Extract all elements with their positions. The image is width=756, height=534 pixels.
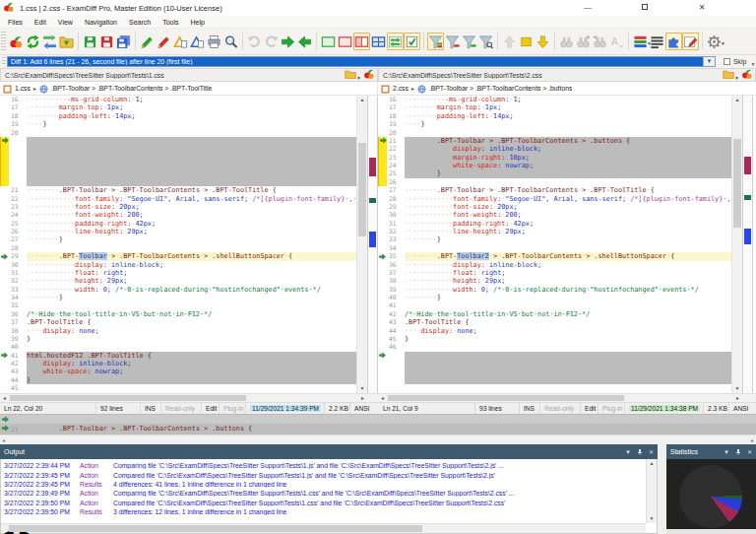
match-case-icon[interactable]: A — [608, 33, 625, 50]
code-line[interactable]: 16··········-ms-grid-column:·1; — [378, 96, 731, 103]
show-checkboxes-icon[interactable] — [404, 33, 420, 50]
second-pane-vscrollbar[interactable]: ▲▼ — [731, 96, 742, 393]
code-line[interactable]: 37············float:·right; — [378, 269, 731, 277]
output-vscrollbar[interactable]: ▲▼ — [646, 459, 657, 523]
code-line[interactable]: 26············line-height:·29px; — [0, 228, 356, 235]
first-pane-vscrollbar[interactable]: ▲▼ — [356, 96, 367, 393]
filter-all-icon[interactable] — [427, 33, 444, 50]
code-line[interactable]: 23············font-size:·20px; — [0, 203, 356, 211]
first-diff-map[interactable] — [367, 96, 378, 393]
code-line[interactable]: 22············font-family:·"Segoe·UI",·A… — [0, 195, 356, 203]
open-files-icon[interactable] — [58, 33, 75, 50]
code-line[interactable]: 43.BPT-ToolTitle·{ — [378, 318, 731, 326]
code-line[interactable]: 44} — [0, 376, 356, 384]
prev-diff-up-icon[interactable] — [501, 33, 518, 50]
menu-files[interactable]: Files — [2, 19, 29, 26]
second-file-pane[interactable]: 16··········-ms-grid-column:·1;17·······… — [378, 96, 742, 393]
code-line[interactable]: 41 — [378, 301, 731, 309]
sync-scrolling-icon[interactable] — [387, 33, 404, 50]
code-line[interactable]: 27········} — [0, 235, 356, 243]
chevron-down-icon[interactable]: ▼ — [625, 449, 631, 455]
code-line[interactable]: 27········.BPT-Toolbar·>·.BPT-ToolbarCon… — [378, 186, 731, 194]
code-line[interactable]: 46 — [378, 343, 731, 351]
menu-tools[interactable]: Tools — [157, 19, 184, 26]
diff-placeholder-row[interactable] — [0, 154, 356, 162]
code-line[interactable]: 43····white-space:·nowrap; — [0, 367, 356, 375]
code-line[interactable]: 36············display:·inline-block; — [378, 261, 731, 269]
menu-view[interactable]: View — [52, 19, 79, 26]
code-line[interactable]: 42····display:·inline-block; — [0, 360, 356, 367]
next-difference-icon[interactable] — [280, 33, 296, 50]
find-prev-icon[interactable] — [592, 33, 608, 50]
code-line[interactable]: 34 — [378, 244, 731, 252]
recompare-icon[interactable] — [25, 33, 41, 50]
panel-splitter[interactable] — [658, 444, 666, 459]
code-line[interactable]: 17········margin-top:·1px; — [378, 103, 731, 111]
code-line[interactable]: 19····} — [378, 120, 731, 128]
code-line[interactable]: 33········} — [378, 235, 731, 243]
code-line[interactable]: 32············line-height:·29px; — [378, 228, 731, 235]
maximize-button[interactable] — [616, 0, 673, 16]
undo-icon[interactable] — [246, 33, 263, 50]
code-line[interactable]: 25········} — [378, 169, 731, 177]
breadcrumb-file[interactable]: 2.css — [393, 85, 409, 92]
menu-navigation[interactable]: Navigation — [79, 19, 123, 26]
code-line[interactable]: 25············padding-right:·42px; — [0, 220, 356, 228]
close-icon[interactable]: ✕ — [649, 448, 654, 455]
diff-placeholder-row[interactable] — [0, 162, 356, 169]
output-log-row[interactable]: 3/27/2022 2:39:49 PMActionComparing file… — [1, 489, 645, 498]
code-line[interactable]: 32············height:·29px; — [0, 277, 356, 285]
save-both-icon[interactable] — [115, 33, 132, 50]
code-line[interactable]: 31············padding-right:·42px; — [378, 220, 731, 228]
output-log-row[interactable]: 3/27/2022 2:39:44 PMActionComparing file… — [1, 461, 645, 470]
code-line[interactable]: 35········.BPT-Toolbar2·>·.BPT-ToolbarCo… — [378, 252, 731, 260]
snapshot-first-icon[interactable] — [172, 33, 189, 50]
editor-options-icon[interactable] — [682, 33, 699, 50]
print-icon[interactable] — [206, 33, 222, 50]
line-display-icon[interactable] — [649, 33, 665, 50]
filter-deleted-icon[interactable] — [444, 33, 461, 50]
menu-search[interactable]: Search — [123, 19, 157, 26]
search-icon[interactable] — [222, 33, 239, 50]
panel-splitter[interactable] — [658, 459, 666, 534]
skip-checkbox[interactable] — [724, 58, 730, 65]
diff-placeholder-row[interactable] — [378, 360, 731, 367]
code-line[interactable]: 20 — [378, 129, 731, 137]
code-line[interactable]: 22············display:·inline-block; — [378, 145, 731, 153]
diff-placeholder-row[interactable] — [0, 169, 356, 177]
output-log-row[interactable]: 3/27/2022 2:39:45 PMResults4 differences… — [1, 480, 645, 489]
swap-files-icon[interactable] — [41, 33, 58, 50]
save-second-icon[interactable] — [98, 33, 115, 50]
code-line[interactable]: 20 — [0, 129, 356, 137]
code-line[interactable]: 37.BPT-ToolTitle·{ — [0, 318, 356, 326]
close-icon[interactable]: ✕ — [747, 448, 752, 455]
code-line[interactable] — [378, 384, 731, 392]
code-line[interactable]: 28············font-family:·"Segoe·UI",·A… — [378, 195, 731, 203]
menu-edit[interactable]: Edit — [29, 19, 52, 26]
code-line[interactable]: 35 — [0, 301, 356, 309]
diff-map-mark[interactable] — [744, 195, 751, 200]
edit-second-icon[interactable] — [156, 33, 172, 50]
code-line[interactable]: 38····display:·none; — [0, 327, 356, 335]
show-split-icon[interactable] — [353, 33, 370, 50]
code-line[interactable]: 45 — [0, 384, 356, 392]
plugins-icon[interactable] — [665, 33, 682, 50]
close-button[interactable]: ✕ — [673, 0, 730, 16]
code-line[interactable]: 16··········-ms-grid-column:·1; — [0, 96, 356, 103]
diff-placeholder-row[interactable] — [0, 178, 356, 186]
output-log-row[interactable]: 3/27/2022 2:39:50 PMActionCompared file … — [1, 499, 645, 507]
code-line[interactable]: 39············width:·0;·/*·0·is·replaced… — [378, 286, 731, 294]
snapshot-second-icon[interactable] — [189, 33, 206, 50]
filter-search-icon[interactable] — [477, 33, 494, 50]
redo-icon[interactable] — [263, 33, 280, 50]
code-line[interactable]: 29········.BPT-Toolbar·>·.BPT-ToolbarCon… — [0, 252, 356, 260]
code-line[interactable]: 45} — [378, 335, 731, 343]
show-grid-icon[interactable] — [370, 33, 387, 50]
breadcrumb-path[interactable]: .BPT-Toolbar > .BPT-ToolbarContents > .b… — [429, 85, 572, 92]
code-line[interactable]: 17········margin-top:·1px; — [0, 103, 356, 111]
code-line[interactable]: 39} — [0, 335, 356, 343]
output-log-row[interactable]: 3/27/2022 2:39:50 PMResults3 differences… — [1, 507, 645, 516]
diff-placeholder-row[interactable] — [0, 137, 356, 145]
diff-map-mark[interactable] — [369, 232, 376, 247]
code-line[interactable]: 18········padding-left:·14px; — [378, 112, 731, 120]
